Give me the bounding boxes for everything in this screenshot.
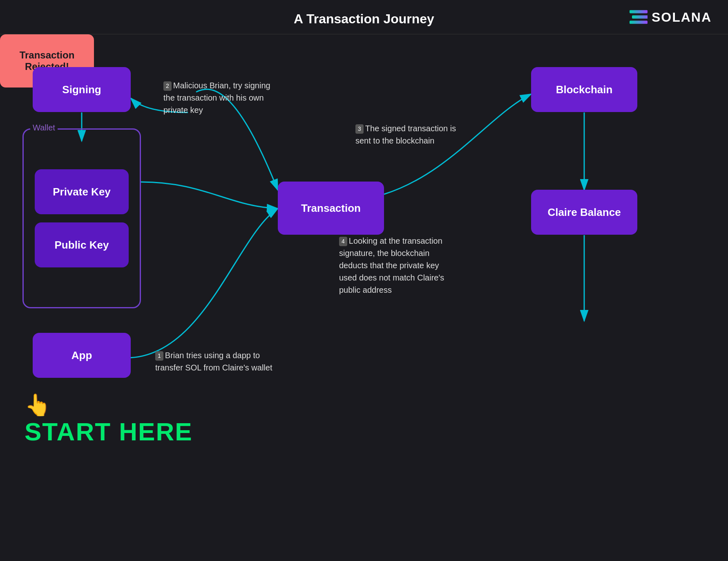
step1-badge: 1 xyxy=(155,351,163,361)
hand-icon: 👆 xyxy=(25,394,51,415)
svg-rect-1 xyxy=(632,16,648,19)
step3-badge: 3 xyxy=(355,124,364,134)
step4-badge: 4 xyxy=(339,237,347,246)
private-key-box: Private Key xyxy=(35,169,129,214)
public-key-box: Public Key xyxy=(35,222,129,267)
svg-rect-0 xyxy=(630,10,648,13)
signing-label: Signing xyxy=(62,83,101,96)
private-key-label: Private Key xyxy=(53,186,111,198)
svg-rect-2 xyxy=(630,21,648,24)
wallet-container: Wallet Private Key Public Key xyxy=(22,128,141,308)
solana-icon xyxy=(630,10,648,24)
step1-text: Brian tries using a dapp to transfer SOL… xyxy=(155,351,272,372)
diagram-area: Signing Wallet Private Key Public Key Ap… xyxy=(0,34,728,561)
wallet-label: Wallet xyxy=(30,123,58,132)
transaction-label: Transaction xyxy=(301,202,361,215)
step3-text: The signed transaction is sent to the bl… xyxy=(355,124,456,145)
public-key-label: Public Key xyxy=(55,239,109,251)
start-text: START HERE xyxy=(25,417,193,446)
annotation-step3: 3The signed transaction is sent to the b… xyxy=(355,122,458,147)
claire-balance-label: Claire Balance xyxy=(547,206,621,219)
step2-badge: 2 xyxy=(163,81,172,91)
app-box: App xyxy=(33,333,131,378)
solana-text: SOLANA xyxy=(652,9,712,25)
step4-text: Looking at the transaction signature, th… xyxy=(339,236,444,294)
page-title: A Transaction Journey xyxy=(294,11,434,27)
start-area: 👆 START HERE xyxy=(25,394,193,446)
annotation-step1: 1Brian tries using a dapp to transfer SO… xyxy=(155,349,286,374)
blockchain-box: Blockchain xyxy=(531,67,637,112)
step2-text: Malicious Brian, try signing the transac… xyxy=(163,81,270,114)
signing-box: Signing xyxy=(33,67,131,112)
blockchain-label: Blockchain xyxy=(556,83,613,96)
solana-logo: SOLANA xyxy=(630,9,712,25)
claire-balance-box: Claire Balance xyxy=(531,190,637,235)
header: A Transaction Journey S xyxy=(0,0,728,34)
annotation-step4: 4Looking at the transaction signature, t… xyxy=(339,235,458,296)
annotation-step2: 2Malicious Brian, try signing the transa… xyxy=(163,79,278,116)
app-label: App xyxy=(71,349,92,362)
transaction-box: Transaction xyxy=(278,182,384,235)
